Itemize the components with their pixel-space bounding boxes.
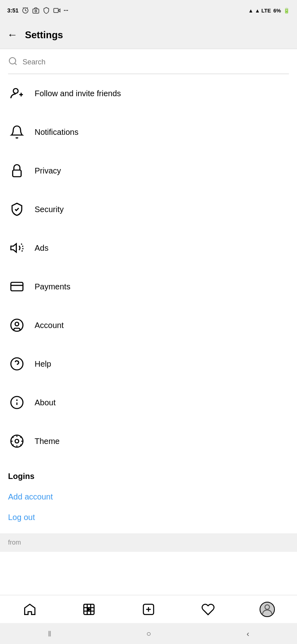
svg-point-17 — [15, 322, 19, 326]
menu-item-ads[interactable]: Ads — [8, 229, 289, 267]
bottom-nav — [0, 595, 297, 623]
menu-list: Follow and invite friends Notifications … — [0, 74, 297, 460]
system-nav: ⦀ ○ ‹ — [0, 623, 297, 644]
sys-back-button[interactable]: ‹ — [247, 629, 250, 638]
menu-item-privacy[interactable]: Privacy — [8, 151, 289, 190]
top-bar: ← Settings — [0, 21, 297, 49]
menu-item-security[interactable]: Security — [8, 190, 289, 229]
account-icon — [8, 316, 26, 334]
nav-profile[interactable] — [255, 597, 279, 621]
menu-item-about[interactable]: About — [8, 383, 289, 422]
theme-label: Theme — [35, 437, 60, 446]
payments-label: Payments — [35, 282, 70, 291]
svg-point-24 — [15, 440, 19, 443]
menu-item-account[interactable]: Account — [8, 306, 289, 345]
svg-marker-26 — [88, 608, 91, 611]
about-icon — [8, 394, 26, 411]
avatar-icon — [260, 603, 274, 616]
heart-icon — [201, 603, 215, 616]
status-time: 3:51 — [7, 7, 19, 14]
add-icon — [142, 603, 155, 616]
about-label: About — [35, 398, 56, 407]
menu-item-notifications[interactable]: Notifications — [8, 113, 289, 151]
from-text: from — [8, 539, 21, 546]
search-input[interactable] — [23, 58, 289, 66]
svg-rect-5 — [54, 8, 58, 13]
search-icon — [8, 56, 18, 68]
svg-point-16 — [11, 319, 23, 331]
notifications-icon — [8, 123, 26, 141]
home-icon — [23, 603, 37, 616]
nav-home[interactable] — [18, 597, 42, 621]
svg-point-30 — [265, 605, 270, 609]
svg-rect-14 — [11, 283, 23, 291]
privacy-icon — [8, 162, 26, 180]
battery: 6% — [273, 8, 281, 14]
help-icon — [8, 355, 26, 373]
sys-home-button[interactable]: ○ — [146, 629, 151, 638]
account-label: Account — [35, 321, 64, 330]
security-icon — [8, 200, 26, 218]
svg-point-7 — [9, 58, 16, 64]
menu-item-help[interactable]: Help — [8, 345, 289, 383]
battery-icon: 🔋 — [283, 8, 290, 14]
profile-avatar — [260, 602, 275, 617]
follow-label: Follow and invite friends — [35, 89, 121, 98]
payments-icon — [8, 278, 26, 295]
reels-icon — [82, 603, 96, 616]
logins-title: Logins — [8, 472, 289, 481]
menu-item-payments[interactable]: Payments — [8, 267, 289, 306]
notifications-label: Notifications — [35, 128, 78, 137]
svg-line-1 — [23, 8, 24, 8]
security-label: Security — [35, 205, 64, 214]
sys-menu-button[interactable]: ⦀ — [48, 629, 51, 638]
back-button[interactable]: ← — [7, 29, 18, 41]
camera-icon — [32, 7, 39, 14]
nav-reels[interactable] — [77, 597, 101, 621]
log-out-link[interactable]: Log out — [8, 513, 289, 522]
nav-add[interactable] — [136, 597, 161, 621]
alarm-icon — [22, 7, 29, 14]
add-account-link[interactable]: Add account — [8, 492, 289, 502]
signal-icons: ▲ ▲ LTE — [248, 8, 271, 14]
from-bar: from — [0, 533, 297, 552]
svg-rect-3 — [33, 9, 39, 13]
video-icon — [53, 7, 60, 14]
page-title: Settings — [25, 29, 63, 41]
svg-point-18 — [11, 358, 23, 370]
status-dots: ··· — [64, 7, 68, 14]
status-bar: 3:51 ··· ▲ ▲ LTE 6% 🔋 — [0, 0, 297, 21]
privacy-label: Privacy — [35, 166, 61, 175]
svg-line-2 — [27, 8, 28, 8]
logins-section: Logins Add account Log out — [0, 460, 297, 522]
menu-item-theme[interactable]: Theme — [8, 422, 289, 460]
svg-rect-12 — [13, 170, 21, 177]
svg-marker-13 — [11, 244, 16, 252]
svg-point-4 — [35, 10, 37, 12]
svg-line-8 — [15, 63, 16, 65]
shield-icon2 — [43, 7, 50, 14]
nav-activity[interactable] — [196, 597, 220, 621]
help-label: Help — [35, 359, 51, 369]
svg-point-9 — [13, 89, 18, 93]
ads-icon — [8, 239, 26, 257]
menu-item-follow[interactable]: Follow and invite friends — [8, 74, 289, 113]
ads-label: Ads — [35, 244, 48, 253]
search-container — [0, 49, 297, 74]
theme-icon — [8, 432, 26, 450]
follow-icon — [8, 85, 26, 102]
